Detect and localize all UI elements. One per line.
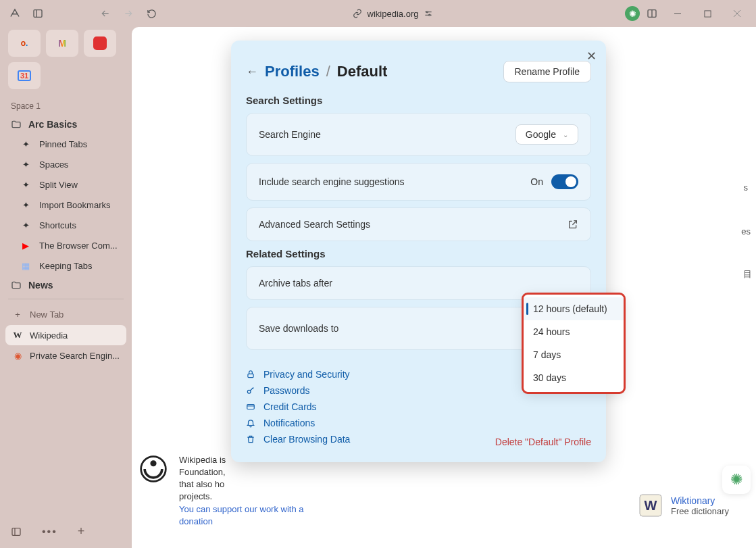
doc-favicon: ▦: [20, 260, 31, 271]
library-icon[interactable]: [11, 526, 22, 537]
dropdown-option-24h[interactable]: 24 hours: [524, 320, 624, 343]
sidebar-item-browser-company[interactable]: ▶The Browser Com...: [5, 235, 126, 255]
youtube-favicon: ▶: [20, 240, 31, 251]
new-tab-button[interactable]: + New Tab: [5, 303, 126, 325]
plus-icon: +: [12, 309, 23, 320]
section-search-settings: Search Settings: [246, 95, 591, 106]
breadcrumb: ← Profiles / Default: [246, 63, 387, 80]
folder-label: Arc Basics: [28, 119, 77, 130]
svg-point-15: [150, 460, 156, 466]
dropdown-option-7d[interactable]: 7 days: [524, 343, 624, 366]
svg-rect-12: [12, 528, 20, 535]
sidebar-item-import-bookmarks[interactable]: ✦Import Bookmarks: [5, 195, 126, 215]
duckduckgo-favicon: ◉: [12, 350, 23, 361]
window-maximize[interactable]: [694, 4, 721, 23]
clear-browsing-data-link[interactable]: Clear Browsing Data: [246, 431, 350, 447]
link-icon: [353, 9, 362, 18]
search-suggestions-setting: Include search engine suggestions On: [246, 163, 591, 201]
sidebar-item-keeping-tabs[interactable]: ▦Keeping Tabs: [5, 255, 126, 276]
pinned-app-office[interactable]: o.: [8, 30, 41, 57]
tab-wikipedia[interactable]: W Wikipedia: [5, 325, 126, 345]
forward-button[interactable]: [119, 4, 138, 23]
svg-point-19: [247, 390, 251, 393]
sidebar-bottom-bar: ••• +: [5, 520, 126, 543]
back-icon[interactable]: ←: [246, 65, 258, 79]
folder-icon: [11, 280, 22, 291]
trash-icon: [246, 434, 257, 444]
folder-news[interactable]: News: [5, 276, 126, 295]
arc-favicon: ✦: [20, 199, 31, 210]
related-links-list: Privacy and Security Passwords Credit Ca…: [246, 366, 350, 447]
svg-point-4: [427, 11, 428, 13]
space-label: Space 1: [5, 97, 126, 115]
split-view-icon[interactable]: [642, 4, 661, 23]
rename-profile-button[interactable]: Rename Profile: [503, 61, 592, 82]
credit-cards-link[interactable]: Credit Cards: [246, 399, 350, 415]
folder-arc-basics[interactable]: Arc Basics: [5, 115, 126, 134]
reload-button[interactable]: [142, 4, 161, 23]
back-button[interactable]: [96, 4, 115, 23]
chatgpt-extension-icon[interactable]: ✺: [625, 6, 640, 21]
sidebar-toggle-icon[interactable]: [28, 4, 47, 23]
tab-private-search[interactable]: ◉ Private Search Engin...: [5, 345, 126, 366]
pinned-app-calendar[interactable]: 31: [8, 62, 41, 89]
privacy-security-link[interactable]: Privacy and Security: [246, 366, 350, 382]
add-icon[interactable]: +: [78, 524, 85, 539]
arc-favicon: ✦: [20, 220, 31, 230]
pinned-app-gmail[interactable]: M: [46, 30, 78, 57]
titlebar: wikipedia.org ✺: [0, 0, 756, 27]
search-engine-select[interactable]: Google ⌄: [515, 124, 578, 145]
search-engine-setting: Search Engine Google ⌄: [246, 113, 591, 156]
profile-settings-modal: ✕ ← Profiles / Default Rename Profile Se…: [231, 41, 606, 462]
external-link-icon: [568, 219, 578, 230]
folder-icon: [11, 119, 22, 130]
sidebar-item-spaces[interactable]: ✦Spaces: [5, 154, 126, 174]
archive-tabs-dropdown: 12 hours (default) 24 hours 7 days 30 da…: [524, 295, 624, 392]
card-icon: [246, 402, 257, 412]
sidebar-item-split-view[interactable]: ✦Split View: [5, 174, 126, 195]
svg-rect-0: [34, 10, 42, 18]
breadcrumb-profiles-link[interactable]: Profiles: [265, 63, 320, 80]
svg-rect-20: [247, 405, 255, 409]
divider: [8, 299, 124, 299]
arc-favicon: ✦: [20, 179, 31, 190]
bell-icon: [246, 418, 257, 428]
dropdown-option-12h[interactable]: 12 hours (default): [524, 297, 624, 320]
donation-link[interactable]: You can support our work with a: [179, 504, 304, 514]
passwords-link[interactable]: Passwords: [246, 382, 350, 399]
key-icon: [246, 386, 257, 395]
sidebar: o. M 31 Space 1 Arc Basics ✦Pinned Tabs …: [0, 27, 132, 548]
wikipedia-footer: Wikipedia is Foundation, that also ho pr…: [138, 454, 304, 528]
settings-slider-icon[interactable]: [424, 9, 433, 18]
lock-icon: [246, 370, 257, 379]
svg-rect-9: [704, 10, 710, 16]
ai-assistant-button[interactable]: ✺: [722, 466, 751, 494]
url-text: wikipedia.org: [368, 9, 419, 19]
folder-label: News: [28, 280, 53, 291]
delete-profile-button[interactable]: Delete "Default" Profile: [495, 437, 591, 447]
sidebar-item-shortcuts[interactable]: ✦Shortcuts: [5, 215, 126, 235]
svg-text:W: W: [645, 498, 657, 513]
arc-favicon: ✦: [20, 139, 31, 149]
url-bar[interactable]: wikipedia.org: [165, 9, 621, 19]
advanced-search-link[interactable]: Advanced Search Settings: [246, 207, 591, 241]
window-close[interactable]: [724, 4, 751, 23]
wiktionary-link[interactable]: W Wiktionary Free dictionary: [638, 493, 729, 518]
pinned-app-red[interactable]: [84, 30, 116, 57]
arc-favicon: ✦: [20, 159, 31, 170]
wikimedia-logo-icon: [138, 454, 168, 484]
section-related-settings: Related Settings: [246, 248, 591, 259]
notifications-link[interactable]: Notifications: [246, 415, 350, 431]
close-button[interactable]: ✕: [586, 49, 597, 64]
wiktionary-icon: W: [638, 493, 663, 518]
svg-point-5: [429, 14, 430, 16]
sidebar-item-pinned-tabs[interactable]: ✦Pinned Tabs: [5, 134, 126, 154]
chevron-down-icon: ⌄: [563, 131, 568, 139]
more-icon[interactable]: •••: [42, 526, 57, 538]
window-minimize[interactable]: [664, 4, 691, 23]
wikipedia-favicon: W: [12, 330, 23, 341]
dropdown-option-30d[interactable]: 30 days: [524, 366, 624, 389]
suggestions-toggle[interactable]: [551, 174, 578, 189]
arc-logo-icon[interactable]: [5, 4, 24, 23]
pinned-apps: o. M 31: [5, 30, 126, 89]
